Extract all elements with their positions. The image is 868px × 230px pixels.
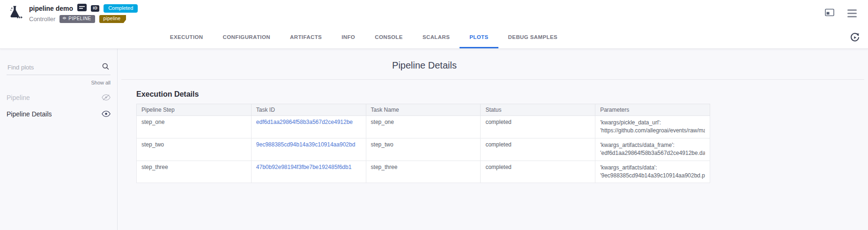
cell-status: completed: [481, 138, 595, 161]
column-header-task-name: Task Name: [366, 104, 481, 116]
eye-icon[interactable]: [102, 110, 111, 117]
cell-status: completed: [481, 116, 595, 138]
execution-details-table: Pipeline Step Task ID Task Name Status P…: [136, 104, 710, 183]
parameter-value: '9ec988385cd94b14a39c10914aa902bd.proces…: [600, 172, 705, 180]
system-tag-label: PIPELINE: [68, 16, 91, 22]
auto-refresh-icon[interactable]: [849, 32, 861, 45]
tab-configuration[interactable]: CONFIGURATION: [213, 27, 280, 48]
find-plots-input[interactable]: [7, 63, 98, 71]
table-row: step_two 9ec988385cd94b14a39c10914aa902b…: [137, 138, 710, 161]
title-divider: [121, 79, 864, 80]
parameter-key: 'kwargs/pickle_data_url':: [600, 119, 705, 127]
brand-block: pipeline demo ID Completed Controller: [6, 4, 138, 23]
cell-task-name: step_three: [366, 161, 481, 183]
tab-plots[interactable]: PLOTS: [460, 27, 498, 48]
tab-info[interactable]: INFO: [332, 27, 365, 48]
cell-task-name: step_one: [366, 116, 481, 138]
sidebar-item-pipeline[interactable]: Pipeline: [7, 89, 111, 106]
task-id-link[interactable]: edf6d1aa29864f58b3a567d2ce4912be: [256, 119, 353, 125]
column-header-task-id: Task ID: [251, 104, 366, 116]
sidebar-item-label: Pipeline: [7, 94, 30, 101]
details-panel-icon[interactable]: [825, 8, 834, 18]
eye-off-icon[interactable]: [102, 94, 111, 101]
status-badge: Completed: [104, 4, 138, 13]
column-header-pipeline-step: Pipeline Step: [137, 104, 252, 116]
table-row: step_three 47b0b92e98194f3fbe7be192485f6…: [137, 161, 710, 183]
cell-pipeline-step: step_two: [137, 138, 252, 161]
search-icon[interactable]: [102, 62, 110, 72]
tab-artifacts[interactable]: ARTIFACTS: [280, 27, 332, 48]
pipeline-tag-icon: [62, 16, 67, 22]
description-icon[interactable]: [77, 4, 87, 13]
system-tag-pipeline: PIPELINE: [59, 15, 95, 23]
column-header-status: Status: [481, 104, 595, 116]
id-badge[interactable]: ID: [91, 5, 99, 12]
cell-status: completed: [481, 161, 595, 183]
parameter-value: 'https://github.com/allegroai/events/raw…: [600, 127, 705, 135]
top-bar-actions: [825, 8, 860, 18]
section-title: Execution Details: [136, 90, 710, 99]
tab-bar: EXECUTION CONFIGURATION ARTIFACTS INFO C…: [0, 27, 868, 49]
tab-debug-samples[interactable]: DEBUG SAMPLES: [498, 27, 568, 48]
column-header-parameters: Parameters: [595, 104, 710, 116]
pipeline-title: pipeline demo: [29, 5, 73, 12]
cell-parameters: 'kwargs_artifacts/data': '9ec988385cd94b…: [595, 161, 710, 183]
cell-pipeline-step: step_three: [137, 161, 252, 183]
show-all-link[interactable]: Show all: [7, 80, 111, 85]
title-block: pipeline demo ID Completed Controller: [29, 4, 138, 23]
main-panel: Pipeline Details Execution Details Pipel…: [118, 49, 868, 230]
parameter-key: 'kwargs_artifacts/data_frame':: [600, 141, 705, 149]
menu-icon[interactable]: [847, 9, 857, 17]
task-id-link[interactable]: 9ec988385cd94b14a39c10914aa902bd: [256, 141, 356, 148]
task-id-link[interactable]: 47b0b92e98194f3fbe7be192485f6db1: [256, 164, 352, 170]
parameter-value: 'edf6d1aa29864f58b3a567d2ce4912be.data_f…: [600, 149, 705, 157]
page-title: Pipeline Details: [118, 60, 731, 71]
cell-task-id: 47b0b92e98194f3fbe7be192485f6db1: [251, 161, 366, 183]
execution-details-section: Execution Details Pipeline Step Task ID …: [136, 90, 710, 183]
cell-pipeline-step: step_one: [137, 116, 252, 138]
sidebar-item-pipeline-details[interactable]: Pipeline Details: [7, 106, 111, 122]
cell-task-id: edf6d1aa29864f58b3a567d2ce4912be: [251, 116, 366, 138]
table-header-row: Pipeline Step Task ID Task Name Status P…: [137, 104, 710, 116]
sidebar-item-label: Pipeline Details: [7, 110, 52, 118]
content-area: Show all Pipeline Pipeline Details: [0, 49, 868, 230]
tab-console[interactable]: CONSOLE: [365, 27, 413, 48]
tab-execution[interactable]: EXECUTION: [160, 27, 213, 48]
user-tag-pipeline: pipeline: [99, 15, 126, 23]
cell-task-id: 9ec988385cd94b14a39c10914aa902bd: [251, 138, 366, 161]
controller-label: Controller: [29, 15, 55, 23]
parameter-key: 'kwargs_artifacts/data':: [600, 164, 705, 172]
top-bar: pipeline demo ID Completed Controller: [0, 0, 868, 27]
plot-list: Pipeline Pipeline Details: [7, 89, 111, 122]
cell-parameters: 'kwargs_artifacts/data_frame': 'edf6d1aa…: [595, 138, 710, 161]
tab-scalars[interactable]: SCALARS: [413, 27, 460, 48]
app-logo-icon: [6, 4, 23, 23]
plot-search: [7, 62, 111, 75]
cell-parameters: 'kwargs/pickle_data_url': 'https://githu…: [595, 116, 710, 138]
table-row: step_one edf6d1aa29864f58b3a567d2ce4912b…: [137, 116, 710, 138]
plots-sidebar: Show all Pipeline Pipeline Details: [0, 49, 118, 230]
cell-task-name: step_two: [366, 138, 481, 161]
